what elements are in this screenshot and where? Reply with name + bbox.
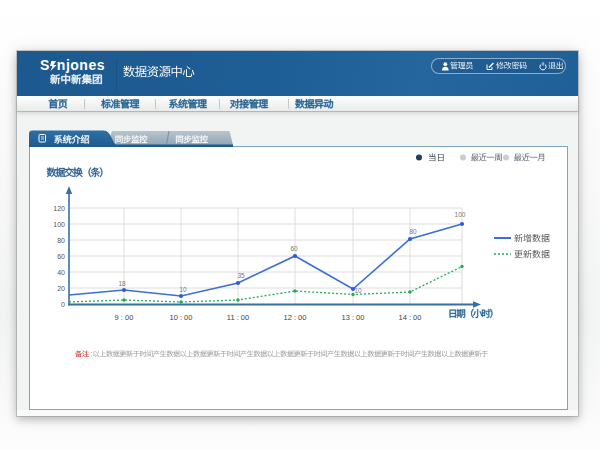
svg-text:12 : 00: 12 : 00 xyxy=(284,313,307,322)
svg-text:10: 10 xyxy=(179,286,187,293)
svg-text:80: 80 xyxy=(57,237,65,244)
svg-text:18: 18 xyxy=(118,280,126,287)
svg-text:80: 80 xyxy=(409,228,417,235)
svg-text:0: 0 xyxy=(61,301,65,308)
svg-text:100: 100 xyxy=(53,221,65,228)
svg-text:100: 100 xyxy=(455,211,466,218)
svg-text:60: 60 xyxy=(57,253,65,260)
svg-text:9 : 00: 9 : 00 xyxy=(115,313,134,322)
svg-text:14 : 00: 14 : 00 xyxy=(399,313,422,322)
svg-text:10 : 00: 10 : 00 xyxy=(170,313,193,322)
svg-text:35: 35 xyxy=(237,272,245,279)
svg-text:11 : 00: 11 : 00 xyxy=(227,313,249,322)
svg-text:40: 40 xyxy=(57,269,65,276)
svg-text:13 : 00: 13 : 00 xyxy=(342,313,365,322)
svg-text:20: 20 xyxy=(57,285,65,292)
svg-text:60: 60 xyxy=(290,245,298,252)
svg-text:10: 10 xyxy=(354,287,362,294)
svg-text:120: 120 xyxy=(53,205,65,212)
